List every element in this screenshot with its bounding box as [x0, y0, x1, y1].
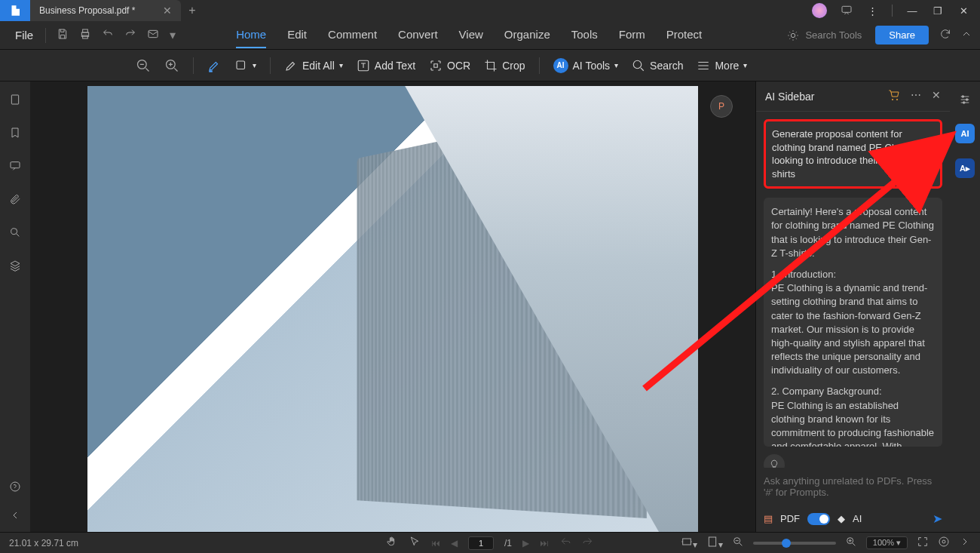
- undo-icon[interactable]: [102, 28, 114, 43]
- shape-button[interactable]: ▾: [234, 59, 256, 72]
- left-rail: [0, 81, 30, 532]
- statusbar: 21.01 x 29.71 cm ⏮ ◀ /1 ▶ ⏭ ▾ ▾ 100% ▾: [0, 532, 980, 553]
- print-icon[interactable]: [79, 28, 91, 43]
- ai-tools-button[interactable]: AIAI Tools▾: [553, 58, 619, 73]
- first-page-icon[interactable]: ⏮: [431, 538, 440, 548]
- collapse-ribbon-icon[interactable]: [960, 28, 972, 43]
- menu-tabs: Home Edit Comment Convert View Organize …: [236, 22, 702, 48]
- qat-dropdown-icon[interactable]: ▾: [170, 28, 176, 42]
- svg-point-5: [792, 33, 795, 37]
- mode-toggle[interactable]: [807, 513, 830, 525]
- search-tools[interactable]: Search Tools: [787, 29, 862, 41]
- cart-icon[interactable]: [888, 89, 900, 103]
- tab-home[interactable]: Home: [236, 22, 266, 48]
- svg-point-22: [939, 537, 948, 546]
- document-tab[interactable]: Business Proposal.pdf * ✕: [30, 0, 181, 21]
- layers-icon[interactable]: [9, 260, 21, 275]
- zoom-out-button[interactable]: [136, 58, 151, 73]
- add-text-button[interactable]: Add Text: [357, 59, 415, 72]
- next-page-nav-icon[interactable]: ▶: [522, 538, 529, 548]
- last-page-icon[interactable]: ⏭: [540, 538, 549, 548]
- svg-point-13: [11, 229, 17, 235]
- tab-edit[interactable]: Edit: [287, 22, 307, 48]
- ocr-button[interactable]: OCR: [429, 59, 470, 72]
- hand-tool-icon[interactable]: [386, 536, 398, 550]
- tab-form[interactable]: Form: [619, 22, 645, 48]
- tab-convert[interactable]: Convert: [398, 22, 438, 48]
- crop-button[interactable]: Crop: [484, 59, 525, 72]
- prev-page-nav-icon[interactable]: ◀: [451, 538, 458, 548]
- svg-rect-0: [842, 6, 851, 12]
- zoom-slider[interactable]: [753, 542, 836, 545]
- close-tab-icon[interactable]: ✕: [163, 5, 172, 17]
- save-icon[interactable]: [57, 28, 69, 43]
- more-button[interactable]: More▾: [697, 59, 747, 72]
- tab-organize[interactable]: Organize: [504, 22, 550, 48]
- user-message: Generate proposal content for clothing b…: [764, 119, 942, 189]
- select-tool-icon[interactable]: [409, 536, 421, 550]
- svg-rect-18: [682, 539, 691, 545]
- presentation-badge[interactable]: P: [710, 95, 733, 118]
- minimize-button[interactable]: —: [906, 5, 918, 17]
- chat-icon[interactable]: [841, 4, 853, 18]
- ai-translate-icon[interactable]: A▸: [955, 158, 975, 178]
- kebab-menu-icon[interactable]: ⋮: [866, 5, 878, 17]
- thumbnails-icon[interactable]: [9, 94, 21, 109]
- send-icon[interactable]: ➤: [933, 512, 942, 526]
- zoom-level[interactable]: 100% ▾: [866, 536, 908, 549]
- comments-icon[interactable]: [9, 160, 21, 175]
- svg-rect-4: [149, 30, 158, 37]
- close-window-button[interactable]: ✕: [957, 5, 969, 17]
- search-panel-icon[interactable]: [9, 226, 21, 241]
- svg-point-10: [633, 60, 642, 69]
- tab-view[interactable]: View: [459, 22, 483, 48]
- ai-mode-icon: ◆: [838, 513, 845, 524]
- redo-icon[interactable]: [124, 28, 136, 43]
- fullscreen-icon[interactable]: [917, 536, 929, 550]
- svg-rect-12: [11, 162, 20, 168]
- page-input[interactable]: [468, 536, 494, 550]
- user-avatar[interactable]: [812, 3, 827, 18]
- svg-rect-3: [83, 35, 88, 38]
- document-canvas[interactable]: P: [30, 81, 755, 532]
- settings-icon[interactable]: [959, 94, 971, 109]
- tab-comment[interactable]: Comment: [328, 22, 377, 48]
- right-rail: AI A▸: [950, 81, 980, 532]
- next-page-side-icon[interactable]: [959, 536, 971, 550]
- sync-icon[interactable]: [939, 28, 951, 43]
- toolbar: ▾ Edit All▾ Add Text OCR Crop AIAI Tools…: [0, 50, 980, 81]
- nav-back-icon[interactable]: [559, 536, 571, 550]
- bookmarks-icon[interactable]: [9, 127, 21, 142]
- help-icon[interactable]: [9, 481, 21, 496]
- svg-point-16: [966, 99, 968, 101]
- close-sidebar-icon[interactable]: ✕: [932, 89, 941, 103]
- more-options-icon[interactable]: ⋯: [911, 89, 921, 103]
- zoom-in-status-icon[interactable]: [845, 536, 857, 550]
- pdf-label: PDF: [780, 513, 800, 524]
- zoom-out-status-icon[interactable]: [732, 536, 744, 550]
- tab-tools[interactable]: Tools: [571, 22, 598, 48]
- edit-all-button[interactable]: Edit All▾: [284, 59, 343, 72]
- tab-protect[interactable]: Protect: [666, 22, 703, 48]
- attachments-icon[interactable]: [9, 193, 21, 208]
- share-button[interactable]: Share: [875, 26, 929, 45]
- ai-response: Certainly! Here's a proposal content for…: [764, 198, 942, 447]
- prev-page-icon[interactable]: [9, 509, 21, 524]
- pdf-mode-icon[interactable]: ▤: [764, 513, 773, 524]
- view-mode-icon[interactable]: ▾: [706, 536, 723, 550]
- file-menu[interactable]: File: [8, 29, 41, 41]
- nav-forward-icon[interactable]: [582, 536, 594, 550]
- mail-icon[interactable]: [147, 28, 159, 43]
- maximize-button[interactable]: ❐: [932, 5, 944, 17]
- lightbulb-icon[interactable]: [764, 454, 785, 468]
- ai-input[interactable]: Ask anything unrelated to PDFs. Press '#…: [756, 468, 950, 505]
- menubar: File ▾ Home Edit Comment Convert View Or…: [0, 21, 980, 50]
- app-logo[interactable]: [0, 0, 30, 21]
- fit-width-icon[interactable]: ▾: [681, 536, 697, 550]
- highlight-button[interactable]: [207, 59, 221, 72]
- zoom-in-button[interactable]: [164, 58, 179, 73]
- add-tab-button[interactable]: +: [181, 4, 204, 17]
- search-button[interactable]: Search: [632, 59, 683, 72]
- reading-mode-icon[interactable]: [938, 536, 950, 550]
- ai-assistant-icon[interactable]: AI: [955, 124, 975, 143]
